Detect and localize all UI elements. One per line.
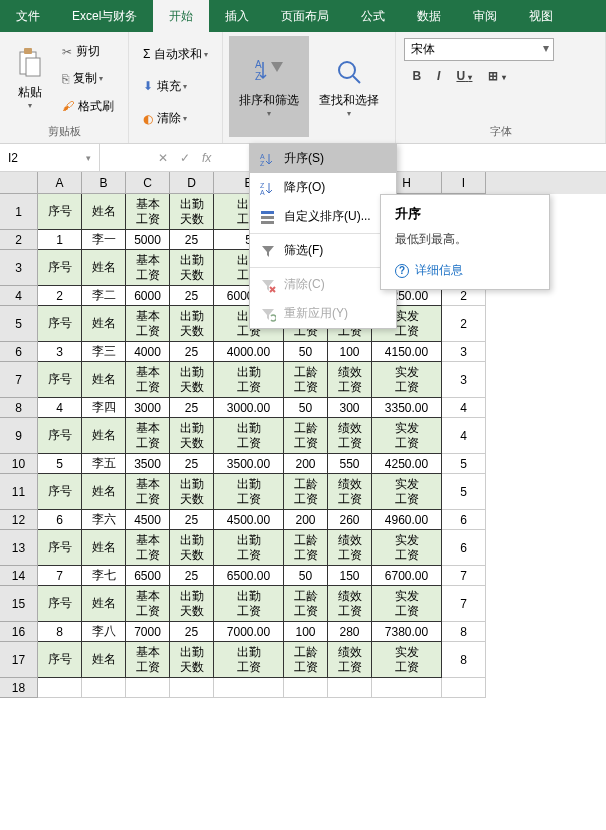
name-box[interactable]: I2▾	[0, 144, 100, 171]
cell[interactable]: 260	[328, 510, 372, 530]
cell[interactable]	[284, 678, 328, 698]
cell[interactable]: 8	[442, 642, 486, 678]
custom-sort-item[interactable]: 自定义排序(U)...	[250, 202, 396, 231]
row-header[interactable]: 14	[0, 566, 38, 586]
cell[interactable]: 3000	[126, 398, 170, 418]
cell[interactable]: 基本 工资	[126, 194, 170, 230]
cell[interactable]: 序号	[38, 586, 82, 622]
cell[interactable]: 姓名	[82, 418, 126, 454]
underline-button[interactable]: U ▾	[452, 67, 476, 85]
cell[interactable]: 6500	[126, 566, 170, 586]
cut-button[interactable]: ✂剪切	[58, 41, 118, 62]
tab-view[interactable]: 视图	[513, 0, 569, 32]
cell[interactable]: 实发 工资	[372, 586, 442, 622]
tab-data[interactable]: 数据	[401, 0, 457, 32]
cell[interactable]: 7	[442, 566, 486, 586]
cell[interactable]: 工龄 工资	[284, 418, 328, 454]
row-header[interactable]: 1	[0, 194, 38, 230]
cell[interactable]: 100	[328, 342, 372, 362]
cell[interactable]: 出勤 工资	[214, 362, 284, 398]
cell[interactable]: 3500	[126, 454, 170, 474]
cell[interactable]: 姓名	[82, 194, 126, 230]
cell[interactable]: 出勤 工资	[214, 474, 284, 510]
cell[interactable]: 李六	[82, 510, 126, 530]
cell[interactable]: 基本 工资	[126, 250, 170, 286]
col-header-D[interactable]: D	[170, 172, 214, 194]
cell[interactable]: 7	[38, 566, 82, 586]
cell[interactable]: 姓名	[82, 530, 126, 566]
border-button[interactable]: ⊞ ▾	[484, 67, 509, 85]
cell[interactable]: 150	[328, 566, 372, 586]
cell[interactable]: 基本 工资	[126, 418, 170, 454]
cell[interactable]: 4500.00	[214, 510, 284, 530]
clear-button[interactable]: ◐清除▾	[139, 108, 212, 129]
cell[interactable]: 50	[284, 398, 328, 418]
cell[interactable]: 7	[442, 586, 486, 622]
cell[interactable]: 200	[284, 454, 328, 474]
row-header[interactable]: 17	[0, 642, 38, 678]
autosum-button[interactable]: Σ自动求和▾	[139, 44, 212, 65]
italic-button[interactable]: I	[433, 67, 444, 85]
cell[interactable]: 序号	[38, 362, 82, 398]
cell[interactable]: 出勤 工资	[214, 642, 284, 678]
cell[interactable]: 6500.00	[214, 566, 284, 586]
cell[interactable]: 李三	[82, 342, 126, 362]
cell[interactable]: 3	[38, 342, 82, 362]
cell[interactable]: 实发 工资	[372, 418, 442, 454]
cell[interactable]: 50	[284, 566, 328, 586]
cell[interactable]: 工龄 工资	[284, 586, 328, 622]
filter-item[interactable]: 筛选(F)	[250, 236, 396, 265]
cancel-icon[interactable]: ✕	[158, 151, 168, 165]
cell[interactable]: 出勤 天数	[170, 362, 214, 398]
cell[interactable]: 4000.00	[214, 342, 284, 362]
cell[interactable]: 1	[38, 230, 82, 250]
font-family-select[interactable]: 宋体	[404, 38, 554, 61]
cell[interactable]: 7380.00	[372, 622, 442, 642]
row-header[interactable]: 11	[0, 474, 38, 510]
cell[interactable]: 序号	[38, 642, 82, 678]
cell[interactable]: 姓名	[82, 642, 126, 678]
row-header[interactable]: 2	[0, 230, 38, 250]
cell[interactable]: 25	[170, 342, 214, 362]
cell[interactable]: 李四	[82, 398, 126, 418]
cell[interactable]: 基本 工资	[126, 306, 170, 342]
cell[interactable]: 25	[170, 398, 214, 418]
row-header[interactable]: 3	[0, 250, 38, 286]
cell[interactable]: 6	[38, 510, 82, 530]
cell[interactable]: 工龄 工资	[284, 474, 328, 510]
cell[interactable]: 实发 工资	[372, 530, 442, 566]
sort-filter-button[interactable]: AZ 排序和筛选 ▾	[229, 36, 309, 137]
cell[interactable]: 绩效 工资	[328, 530, 372, 566]
cell[interactable]: 5	[442, 454, 486, 474]
cell[interactable]: 实发 工资	[372, 362, 442, 398]
cell[interactable]: 工龄 工资	[284, 362, 328, 398]
cell[interactable]: 绩效 工资	[328, 362, 372, 398]
cell[interactable]	[82, 678, 126, 698]
cell[interactable]: 工龄 工资	[284, 642, 328, 678]
cell[interactable]: 2	[38, 286, 82, 306]
cell[interactable]: 姓名	[82, 586, 126, 622]
cell[interactable]: 李八	[82, 622, 126, 642]
copy-button[interactable]: ⎘复制▾	[58, 68, 118, 89]
col-header-B[interactable]: B	[82, 172, 126, 194]
cell[interactable]: 4960.00	[372, 510, 442, 530]
cell[interactable]: 50	[284, 342, 328, 362]
cell[interactable]: 序号	[38, 418, 82, 454]
cell[interactable]: 出勤 天数	[170, 530, 214, 566]
cell[interactable]: 5	[442, 474, 486, 510]
cell[interactable]: 基本 工资	[126, 362, 170, 398]
cell[interactable]: 25	[170, 454, 214, 474]
cell[interactable]: 25	[170, 230, 214, 250]
cell[interactable]	[170, 678, 214, 698]
cell[interactable]: 8	[38, 622, 82, 642]
cell[interactable]: 基本 工资	[126, 642, 170, 678]
cell[interactable]: 3350.00	[372, 398, 442, 418]
cell[interactable]: 李二	[82, 286, 126, 306]
cell[interactable]: 4000	[126, 342, 170, 362]
cell[interactable]: 基本 工资	[126, 474, 170, 510]
row-header[interactable]: 5	[0, 306, 38, 342]
confirm-icon[interactable]: ✓	[180, 151, 190, 165]
bold-button[interactable]: B	[408, 67, 425, 85]
row-header[interactable]: 4	[0, 286, 38, 306]
fill-button[interactable]: ⬇填充▾	[139, 76, 212, 97]
